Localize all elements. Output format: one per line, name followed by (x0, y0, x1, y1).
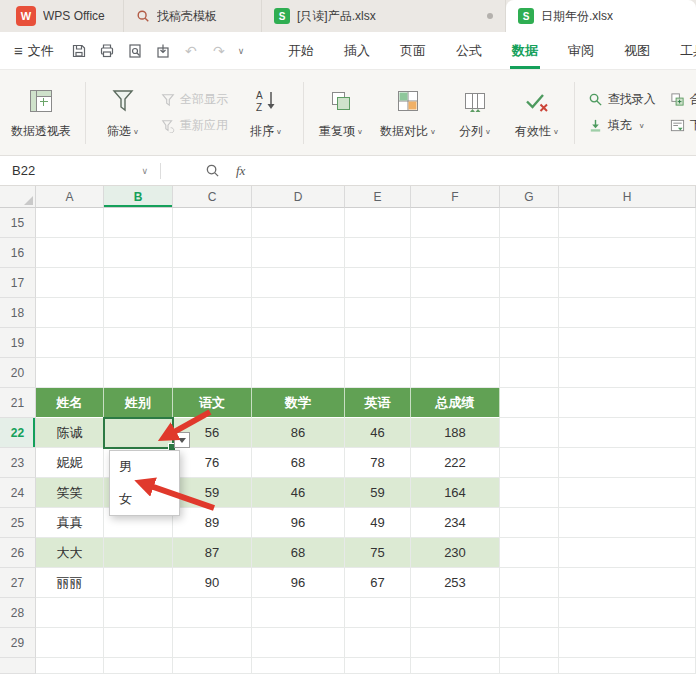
insert-function-button[interactable]: fx (236, 163, 245, 179)
cell-D-partial[interactable] (252, 658, 345, 674)
reapply-button[interactable]: 重新应用 (161, 117, 228, 134)
cell-D16[interactable] (252, 238, 345, 268)
cell-F-partial[interactable] (411, 658, 500, 674)
redo-button[interactable]: ↷ (210, 42, 228, 60)
dropdown-option-1[interactable]: 男 (110, 451, 179, 483)
cell-G24[interactable] (500, 478, 559, 508)
print-preview-button[interactable] (126, 42, 144, 60)
cell-H16[interactable] (559, 238, 696, 268)
cell-F29[interactable] (411, 628, 500, 658)
cell-G19[interactable] (500, 328, 559, 358)
fill-button[interactable]: 填充 ∨ (588, 117, 656, 134)
cell-D19[interactable] (252, 328, 345, 358)
cell-E19[interactable] (345, 328, 411, 358)
cell-C15[interactable] (173, 208, 252, 238)
cell-C18[interactable] (173, 298, 252, 328)
consolidate-button[interactable]: 合并计算 (670, 91, 696, 108)
column-header-H[interactable]: H (559, 186, 696, 208)
cell-G26[interactable] (500, 538, 559, 568)
formula-input[interactable] (245, 156, 696, 185)
cell-H29[interactable] (559, 628, 696, 658)
cell-C29[interactable] (173, 628, 252, 658)
cell-G22[interactable] (500, 418, 559, 448)
cell-G21[interactable] (500, 388, 559, 418)
tab-wps-office[interactable]: W WPS Office (4, 0, 124, 32)
cell-H25[interactable] (559, 508, 696, 538)
cell-H17[interactable] (559, 268, 696, 298)
name-box-chevron-icon[interactable]: ∨ (141, 166, 148, 176)
cell-G23[interactable] (500, 448, 559, 478)
cell-D28[interactable] (252, 598, 345, 628)
cell-H26[interactable] (559, 538, 696, 568)
cell-D17[interactable] (252, 268, 345, 298)
cell-D23[interactable]: 68 (252, 448, 345, 478)
menu-tab-data[interactable]: 数据 (512, 32, 538, 69)
cell-A22[interactable]: 陈诚 (36, 418, 104, 448)
cell-D20[interactable] (252, 358, 345, 388)
cell-H27[interactable] (559, 568, 696, 598)
cell-E22[interactable]: 46 (345, 418, 411, 448)
cell-A16[interactable] (36, 238, 104, 268)
column-header-A[interactable]: A (36, 186, 104, 208)
cell-E24[interactable]: 59 (345, 478, 411, 508)
cell-D27[interactable]: 96 (252, 568, 345, 598)
column-header-E[interactable]: E (345, 186, 411, 208)
cell-C24[interactable]: 59 (173, 478, 252, 508)
cell-A20[interactable] (36, 358, 104, 388)
cell-F25[interactable]: 234 (411, 508, 500, 538)
cell-E20[interactable] (345, 358, 411, 388)
text-to-columns-button[interactable]: 分列∨ (447, 84, 503, 142)
row-header-19[interactable]: 19 (0, 328, 36, 358)
cell-B17[interactable] (104, 268, 173, 298)
menu-tab-tools[interactable]: 工具 (680, 32, 696, 69)
cell-G-partial[interactable] (500, 658, 559, 674)
cell-E-partial[interactable] (345, 658, 411, 674)
cell-B29[interactable] (104, 628, 173, 658)
cell-B20[interactable] (104, 358, 173, 388)
row-header-16[interactable]: 16 (0, 238, 36, 268)
cell-B27[interactable] (104, 568, 173, 598)
cell-E17[interactable] (345, 268, 411, 298)
row-header-29[interactable]: 29 (0, 628, 36, 658)
row-header-27[interactable]: 27 (0, 568, 36, 598)
show-all-button[interactable]: 全部显示 (161, 91, 228, 108)
cell-E29[interactable] (345, 628, 411, 658)
cell-B26[interactable] (104, 538, 173, 568)
cell-A27[interactable]: 丽丽 (36, 568, 104, 598)
row-header-25[interactable]: 25 (0, 508, 36, 538)
column-header-D[interactable]: D (252, 186, 345, 208)
row-header-28[interactable]: 28 (0, 598, 36, 628)
cell-A28[interactable] (36, 598, 104, 628)
row-header-21[interactable]: 21 (0, 388, 36, 418)
row-header-23[interactable]: 23 (0, 448, 36, 478)
sort-button[interactable]: AZ 排序∨ (238, 84, 294, 142)
undo-button[interactable]: ↶ (182, 42, 200, 60)
cell-A26[interactable]: 大大 (36, 538, 104, 568)
column-header-G[interactable]: G (500, 186, 559, 208)
export-button[interactable] (154, 42, 172, 60)
menu-tab-insert[interactable]: 插入 (344, 32, 370, 69)
row-header-22[interactable]: 22 (0, 418, 36, 448)
row-header-26[interactable]: 26 (0, 538, 36, 568)
cell-A21[interactable]: 姓名 (36, 388, 104, 418)
cell-E18[interactable] (345, 298, 411, 328)
cell-F21[interactable]: 总成绩 (411, 388, 500, 418)
cell-C17[interactable] (173, 268, 252, 298)
cell-H20[interactable] (559, 358, 696, 388)
select-all-corner[interactable] (0, 186, 36, 208)
cell-H28[interactable] (559, 598, 696, 628)
cell-G29[interactable] (500, 628, 559, 658)
cell-C28[interactable] (173, 598, 252, 628)
dropdown-option-2[interactable]: 女 (110, 483, 179, 515)
cell-H23[interactable] (559, 448, 696, 478)
cell-E26[interactable]: 75 (345, 538, 411, 568)
menu-tab-view[interactable]: 视图 (624, 32, 650, 69)
name-box[interactable]: B22 ∨ (0, 156, 160, 185)
row-header-20[interactable]: 20 (0, 358, 36, 388)
row-header-partial[interactable] (0, 658, 36, 674)
validation-dropdown-button[interactable] (174, 432, 190, 448)
save-button[interactable] (70, 42, 88, 60)
cell-H-partial[interactable] (559, 658, 696, 674)
cell-D25[interactable]: 96 (252, 508, 345, 538)
cell-B19[interactable] (104, 328, 173, 358)
